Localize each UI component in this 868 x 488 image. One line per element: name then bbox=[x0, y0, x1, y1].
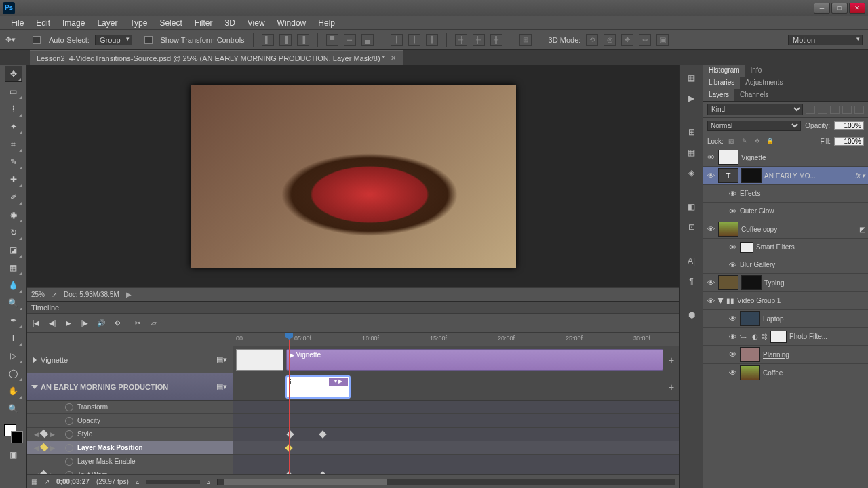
tl-zoom-slider[interactable] bbox=[146, 480, 200, 484]
distribute-3-icon[interactable]: ┃ bbox=[426, 34, 438, 46]
prop-mask-position[interactable]: ◀▶Layer Mask Position bbox=[27, 441, 233, 455]
canvas-area[interactable] bbox=[27, 65, 679, 287]
layer-thumb[interactable] bbox=[740, 365, 760, 380]
character-icon[interactable]: A| bbox=[684, 253, 699, 268]
zoom-level[interactable]: 25% bbox=[31, 291, 45, 298]
fx-badge[interactable]: fx ▾ bbox=[855, 172, 865, 179]
status-arrow-icon[interactable]: ▶ bbox=[126, 291, 132, 298]
align-top-icon[interactable]: ▀ bbox=[326, 34, 338, 46]
eyedropper-tool[interactable]: ✎ bbox=[5, 154, 22, 170]
menu-type[interactable]: Type bbox=[124, 17, 153, 29]
menu-filter[interactable]: Filter bbox=[189, 17, 218, 29]
kf-next-icon[interactable]: ▶ bbox=[49, 431, 56, 438]
layer-thumb[interactable] bbox=[740, 311, 760, 326]
layer-photo-filter[interactable]: 👁⮑◐⛓Photo Filte... bbox=[703, 328, 868, 346]
track-early[interactable]: ı̇ ▾ ▶ + bbox=[233, 373, 679, 401]
layer-thumb[interactable] bbox=[740, 347, 760, 362]
canvas[interactable] bbox=[191, 85, 516, 268]
stopwatch-icon[interactable] bbox=[65, 444, 73, 452]
stopwatch-icon[interactable] bbox=[65, 430, 73, 439]
layer-laptop[interactable]: 👁Laptop bbox=[703, 310, 868, 328]
history-icon[interactable]: ▦ bbox=[684, 70, 699, 85]
scrollbar-thumb[interactable] bbox=[224, 479, 387, 485]
visibility-icon[interactable]: 👁 bbox=[728, 350, 737, 359]
prop-track-style[interactable] bbox=[233, 428, 679, 441]
layer-thumb[interactable]: T bbox=[718, 168, 738, 183]
add-track-button[interactable]: + bbox=[666, 382, 677, 392]
dodge-tool[interactable]: 🔍 bbox=[5, 295, 22, 311]
timeline-tracks[interactable]: 00 05:00f 10:00f 15:00f 20:00f 25:00f 30… bbox=[233, 333, 679, 474]
shape-tool[interactable]: ◯ bbox=[5, 365, 22, 382]
track-menu-icon[interactable]: ▤▾ bbox=[216, 382, 227, 391]
kf-add-icon[interactable] bbox=[40, 443, 49, 451]
filter-mask-thumb[interactable] bbox=[740, 242, 753, 253]
visibility-icon[interactable]: 👁 bbox=[728, 207, 737, 216]
hand-tool[interactable]: ✋ bbox=[5, 383, 22, 399]
brush-tool[interactable]: ✐ bbox=[5, 189, 22, 205]
tl-audio[interactable]: 🔊 bbox=[95, 317, 107, 329]
stopwatch-icon[interactable] bbox=[65, 471, 73, 475]
align-center-h-icon[interactable]: ▐ bbox=[279, 34, 292, 46]
align-middle-icon[interactable]: ═ bbox=[344, 34, 356, 46]
path-tool[interactable]: ▷ bbox=[5, 348, 22, 364]
maximize-button[interactable]: □ bbox=[831, 3, 848, 14]
clone-icon[interactable]: ⊡ bbox=[684, 220, 699, 235]
expand-icon[interactable]: ▶ bbox=[717, 298, 725, 304]
tab-histogram[interactable]: Histogram bbox=[703, 65, 745, 77]
3d-orbit-icon[interactable]: ⟲ bbox=[586, 34, 598, 46]
3d-zoom-icon[interactable]: ▣ bbox=[656, 34, 669, 46]
track-menu-icon[interactable]: ▤▾ bbox=[216, 355, 227, 364]
clip-menu-icon[interactable]: ▾ ▶ bbox=[329, 378, 348, 386]
color-swatches[interactable] bbox=[4, 424, 23, 443]
align-right-icon[interactable]: ▐ bbox=[297, 34, 309, 46]
expand-icon[interactable] bbox=[31, 385, 38, 389]
layer-outer-glow[interactable]: 👁Outer Glow bbox=[703, 203, 868, 220]
layer-typing[interactable]: 👁Typing bbox=[703, 274, 868, 292]
tab-adjustments[interactable]: Adjustments bbox=[740, 77, 788, 89]
quickmask-tool[interactable]: ▣ bbox=[5, 447, 22, 463]
blur-tool[interactable]: 💧 bbox=[5, 277, 22, 293]
paragraph-icon[interactable]: ¶ bbox=[684, 274, 699, 289]
close-tab-icon[interactable]: ✕ bbox=[391, 54, 396, 62]
brush-preset-icon[interactable]: ⊞ bbox=[684, 125, 699, 140]
layer-planning[interactable]: 👁Planning bbox=[703, 346, 868, 364]
layer-early[interactable]: 👁TAN EARLY MO...fx ▾ bbox=[703, 167, 868, 185]
layer-effects[interactable]: 👁Effects bbox=[703, 185, 868, 203]
prop-track-mask-pos[interactable] bbox=[233, 441, 679, 455]
align-bottom-icon[interactable]: ▄ bbox=[361, 34, 374, 46]
playhead[interactable] bbox=[289, 333, 290, 474]
timeline-ruler[interactable]: 00 05:00f 10:00f 15:00f 20:00f 25:00f 30… bbox=[233, 333, 679, 346]
menu-file[interactable]: File bbox=[5, 17, 29, 29]
menu-edit[interactable]: Edit bbox=[31, 17, 56, 29]
tl-play[interactable]: ▶ bbox=[62, 317, 75, 329]
prop-mask-enable[interactable]: Layer Mask Enable bbox=[27, 455, 233, 468]
prop-track-text-warp[interactable] bbox=[233, 468, 679, 474]
auto-select-checkbox[interactable] bbox=[33, 36, 41, 44]
kf-next-icon[interactable]: ▶ bbox=[49, 445, 56, 451]
align-left-icon[interactable]: ▌ bbox=[262, 34, 274, 46]
mask-thumb[interactable] bbox=[741, 275, 762, 290]
filter-type-icon[interactable] bbox=[830, 106, 840, 114]
visibility-icon[interactable]: 👁 bbox=[706, 296, 715, 306]
kf-add-icon[interactable] bbox=[40, 470, 49, 474]
menu-image[interactable]: Image bbox=[57, 17, 90, 29]
lock-all-icon[interactable]: 🔒 bbox=[766, 136, 775, 146]
layer-coffee-copy[interactable]: 👁Coffee copy◩ bbox=[703, 220, 868, 239]
3d-slide-icon[interactable]: ⇔ bbox=[639, 34, 651, 46]
clip-thumb[interactable] bbox=[236, 349, 283, 371]
filter-adjust-icon[interactable] bbox=[818, 106, 827, 114]
marquee-tool[interactable]: ▭ bbox=[5, 83, 22, 100]
stopwatch-icon[interactable] bbox=[65, 403, 73, 411]
mask-thumb[interactable] bbox=[741, 168, 762, 183]
document-tab[interactable]: Lesson2_4-VideoTransitions-Source.psd @ … bbox=[30, 50, 403, 65]
tab-channels[interactable]: Channels bbox=[734, 89, 774, 101]
stopwatch-icon[interactable] bbox=[65, 417, 73, 425]
lock-pixels-icon[interactable]: ✎ bbox=[740, 136, 749, 146]
filter-smart-icon[interactable] bbox=[854, 106, 864, 114]
tab-info[interactable]: Info bbox=[745, 65, 768, 77]
stopwatch-icon[interactable] bbox=[65, 458, 73, 466]
minimize-button[interactable]: ─ bbox=[814, 3, 830, 14]
layer-vignette[interactable]: 👁Vignette bbox=[703, 148, 868, 167]
menu-3d[interactable]: 3D bbox=[219, 17, 240, 29]
tl-transition[interactable]: ▱ bbox=[148, 317, 160, 329]
